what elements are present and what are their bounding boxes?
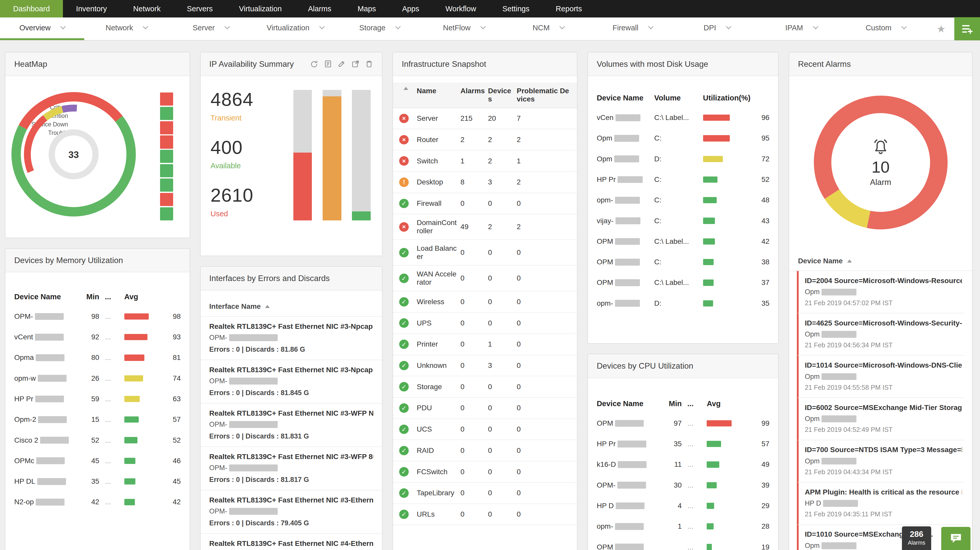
tab-custom[interactable]: Custom <box>843 17 928 40</box>
table-row[interactable]: vCent92...93 <box>5 327 189 347</box>
tab-server[interactable]: Server <box>169 17 253 40</box>
tab-virtualization[interactable]: Virtualization <box>253 17 337 40</box>
tab-network[interactable]: Network <box>84 17 169 40</box>
infra-row-domaincontroller[interactable]: ×DomainController4922 <box>393 214 577 240</box>
nav-item-network[interactable]: Network <box>120 0 173 17</box>
nav-item-alarms[interactable]: Alarms <box>295 0 344 17</box>
infra-row-switch[interactable]: ×Switch121 <box>393 151 577 172</box>
chevron-down-icon[interactable] <box>319 24 325 29</box>
alarm-item[interactable]: ID=4625 Source=Microsoft-Windows-Securit… <box>797 313 964 356</box>
nav-item-settings[interactable]: Settings <box>489 0 543 17</box>
infra-row-raid[interactable]: ✓RAID000 <box>393 440 577 461</box>
tab-dpi[interactable]: DPI <box>675 17 759 40</box>
infra-row-wireless[interactable]: ✓Wireless000 <box>393 291 577 313</box>
infra-row-pdu[interactable]: ✓PDU000 <box>393 397 577 419</box>
infra-row-tapelibrary[interactable]: ✓TapeLibrary000 <box>393 483 577 504</box>
heatmap-cell[interactable] <box>160 150 173 163</box>
infra-row-ucs[interactable]: ✓UCS000 <box>393 419 577 440</box>
table-row[interactable]: OpmC:95 <box>588 128 778 148</box>
heatmap-cell[interactable] <box>160 193 173 206</box>
table-row[interactable]: HP Pr35...57 <box>588 434 778 454</box>
nav-item-apps[interactable]: Apps <box>389 0 432 17</box>
table-row[interactable]: Cisco 252...52 <box>5 430 189 450</box>
table-row[interactable]: OPM-98...98 <box>5 306 189 327</box>
heatmap-cell[interactable] <box>160 92 173 106</box>
interface-row[interactable]: Realtek RTL8139C+ Fast Ethernet NIC #3-W… <box>200 447 382 490</box>
chevron-down-icon[interactable] <box>648 24 654 29</box>
table-row[interactable]: HP PrC:52 <box>588 169 778 190</box>
table-row[interactable]: OPM-30...39 <box>588 475 778 496</box>
table-row[interactable]: N2-op42...42 <box>5 492 189 512</box>
interface-row[interactable]: Realtek RTL8139C+ Fast Ethernet NIC #3-N… <box>200 360 382 404</box>
infra-row-wan-accelerator[interactable]: ✓WAN Accelerator000 <box>393 265 577 291</box>
nav-item-virtualization[interactable]: Virtualization <box>226 0 295 17</box>
favorite-star-icon[interactable]: ★ <box>937 23 946 35</box>
alarm-item[interactable]: ID=6002 Source=MSExchange Mid-Tier Stora… <box>797 398 964 440</box>
infra-row-unknown[interactable]: ✓Unknown030 <box>393 355 577 377</box>
chevron-down-icon[interactable] <box>480 24 486 29</box>
interface-row[interactable]: Realtek RTL8139C+ Fast Ethernet NIC #3-E… <box>200 490 382 534</box>
tab-firewall[interactable]: Firewall <box>590 17 675 40</box>
infra-row-urls[interactable]: ✓URLs000 <box>393 504 577 525</box>
heatmap-cell[interactable] <box>160 164 173 177</box>
table-row[interactable]: Opma80...81 <box>5 347 189 368</box>
infra-row-desktop[interactable]: !Desktop832 <box>393 172 577 193</box>
table-row[interactable]: OPMC:38 <box>588 252 778 272</box>
nav-item-dashboard[interactable]: Dashboard <box>0 0 63 17</box>
delete-icon[interactable] <box>365 60 373 68</box>
table-row[interactable]: HP Pr59...63 <box>5 389 189 409</box>
chevron-down-icon[interactable] <box>726 24 731 29</box>
table-row[interactable]: HP D4...29 <box>588 496 778 516</box>
sort-cell[interactable] <box>399 87 414 90</box>
table-row[interactable]: OPM97...99 <box>588 413 778 434</box>
tab-storage[interactable]: Storage <box>337 17 422 40</box>
table-row[interactable]: vCenC:\ Label...96 <box>588 107 778 128</box>
chevron-down-icon[interactable] <box>224 24 230 29</box>
table-row[interactable]: OpmD:72 <box>588 149 778 169</box>
table-row[interactable]: Opm-215...57 <box>5 409 189 430</box>
infra-row-fcswitch[interactable]: ✓FCSwitch000 <box>393 461 577 483</box>
alarm-count-badge[interactable]: 286 Alarms <box>902 526 931 550</box>
heatmap-cell[interactable] <box>160 121 173 134</box>
chevron-down-icon[interactable] <box>395 24 401 29</box>
alarm-item[interactable]: ID=1014 Source=Microsoft-Windows-DNS-Cli… <box>797 356 964 398</box>
alarm-item[interactable]: ID=700 Source=NTDS ISAM Type=3 Message=N… <box>797 440 964 483</box>
alarm-item[interactable]: APM Plugin: Health is critical as the re… <box>797 482 964 525</box>
tab-netflow[interactable]: NetFlow <box>422 17 506 40</box>
table-row[interactable]: OPM...19 <box>588 537 778 550</box>
tab-ipam[interactable]: IPAM <box>759 17 843 40</box>
chevron-down-icon[interactable] <box>60 24 66 29</box>
heatmap-cell[interactable] <box>160 178 173 192</box>
chevron-down-icon[interactable] <box>813 24 818 29</box>
infra-row-firewall[interactable]: ✓Firewall000 <box>393 193 577 215</box>
add-dashboard-button[interactable] <box>954 17 980 40</box>
nav-item-reports[interactable]: Reports <box>542 0 595 17</box>
edit-icon[interactable] <box>337 60 346 68</box>
nav-item-maps[interactable]: Maps <box>344 0 389 17</box>
infra-row-printer[interactable]: ✓Printer010 <box>393 334 577 355</box>
table-row[interactable]: opm-1...28 <box>588 516 778 537</box>
infra-row-server[interactable]: ×Server215207 <box>393 108 577 129</box>
interface-row[interactable]: Realtek RTL8139C+ Fast Ethernet NIC #3-W… <box>200 404 382 447</box>
chevron-down-icon[interactable] <box>143 24 148 29</box>
infra-row-load-balancer[interactable]: ✓Load Balancer000 <box>393 240 577 265</box>
table-row[interactable]: opm-C:48 <box>588 190 778 210</box>
alarm-item[interactable]: ID=2004 Source=Microsoft-Windows-Resourc… <box>797 271 964 313</box>
heatmap-cell[interactable] <box>160 107 173 120</box>
chevron-down-icon[interactable] <box>901 24 907 29</box>
heatmap-cell[interactable] <box>160 135 173 148</box>
nav-item-inventory[interactable]: Inventory <box>63 0 120 17</box>
table-row[interactable]: OPMc45...46 <box>5 451 189 471</box>
feedback-chat-button[interactable] <box>941 527 970 550</box>
heatmap-cell[interactable] <box>160 207 173 220</box>
nav-item-workflow[interactable]: Workflow <box>432 0 489 17</box>
sort-header[interactable]: Device Name <box>789 251 972 271</box>
report-icon[interactable] <box>324 60 332 68</box>
alarm-item[interactable]: ID=1010 Source=MSExchangeFastS...Opm <box>797 525 964 550</box>
interface-row[interactable]: Realtek RTL8139C+ Fast Ethernet NIC #3-N… <box>200 317 382 360</box>
table-row[interactable]: OPMC:\ Label...42 <box>588 231 778 252</box>
table-row[interactable]: opm-w26...74 <box>5 368 189 389</box>
tab-ncm[interactable]: NCM <box>506 17 590 40</box>
table-row[interactable]: k16-D11...49 <box>588 454 778 475</box>
nav-item-servers[interactable]: Servers <box>173 0 226 17</box>
